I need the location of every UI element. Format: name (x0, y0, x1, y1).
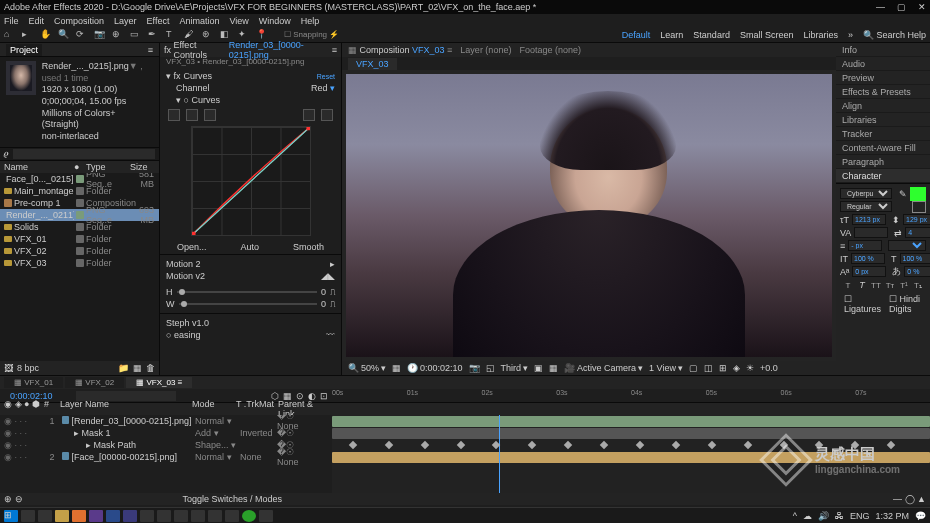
h-value[interactable]: 0 (321, 287, 326, 297)
pen-tool-icon[interactable]: ✒ (148, 29, 160, 41)
eyedropper-icon[interactable]: ✎ (899, 189, 907, 199)
curves-smooth-button[interactable]: Smooth (293, 242, 324, 252)
tracking-input[interactable] (905, 227, 930, 238)
keyframe[interactable] (456, 441, 464, 449)
panel-audio[interactable]: Audio (836, 57, 930, 71)
col-size[interactable]: Size (130, 162, 154, 172)
layer-tab[interactable]: Layer (none) (460, 45, 511, 55)
panel-info[interactable]: Info (836, 43, 930, 57)
motion2-menu-icon[interactable]: ▸ (330, 259, 335, 269)
font-dropdown[interactable]: Cyberpunkies (840, 188, 892, 199)
playhead[interactable] (499, 415, 500, 493)
project-item[interactable]: Render_..._0211].pngPNG Seq..e693 MB (0, 209, 159, 221)
new-comp-icon[interactable]: ▦ (133, 363, 142, 373)
caps-icon[interactable]: TT (871, 280, 881, 290)
stroke-style[interactable] (888, 240, 926, 251)
eraser-tool-icon[interactable]: ◧ (220, 29, 232, 41)
zoom-tool-icon[interactable]: 🔍 (58, 29, 70, 41)
app8-icon[interactable] (208, 510, 222, 522)
menu-window[interactable]: Window (259, 16, 291, 26)
curves-mode1-icon[interactable] (168, 109, 180, 121)
curves-auto-button[interactable]: Auto (240, 242, 259, 252)
vscale-input[interactable] (851, 253, 885, 264)
resolution-dropdown[interactable]: Third ▾ (501, 363, 529, 373)
footage-tab[interactable]: Footage (none) (519, 45, 581, 55)
res-full-icon[interactable]: ▦ (392, 363, 401, 373)
time-display[interactable]: 🕐 0:00:02:10 (407, 363, 463, 373)
search-taskbar-icon[interactable] (21, 510, 35, 522)
app9-icon[interactable] (225, 510, 239, 522)
workspace-default[interactable]: Default (622, 30, 651, 40)
ae-taskbar-icon[interactable] (123, 510, 137, 522)
panel-menu-icon[interactable]: ≡ (332, 45, 337, 55)
composition-tab[interactable]: ▦ Composition VFX_03 ≡ (348, 45, 452, 55)
steph-effect[interactable]: Steph v1.0 (166, 318, 209, 328)
curves-mode2-icon[interactable] (186, 109, 198, 121)
workspace-libraries[interactable]: Libraries (803, 30, 838, 40)
keyframe[interactable] (672, 441, 680, 449)
app5-icon[interactable] (157, 510, 171, 522)
keyframe[interactable] (349, 441, 357, 449)
channel-dropdown[interactable]: Red ▾ (311, 83, 335, 93)
font-size-input[interactable] (852, 214, 886, 225)
minimize-icon[interactable]: — (876, 2, 885, 12)
workspace-small[interactable]: Small Screen (740, 30, 794, 40)
stroke-swatch[interactable] (912, 201, 926, 213)
curves-open-button[interactable]: Open... (177, 242, 207, 252)
italic-icon[interactable]: T (857, 280, 867, 290)
track-layer-1[interactable] (332, 416, 930, 427)
h-slider[interactable] (177, 291, 317, 293)
keyframe[interactable] (743, 441, 751, 449)
brush-tool-icon[interactable]: 🖌 (184, 29, 196, 41)
tray-vol-icon[interactable]: 🔊 (818, 511, 829, 521)
col-name[interactable]: Name (4, 162, 74, 172)
tray-up-icon[interactable]: ^ (793, 511, 797, 521)
keyframe[interactable] (385, 441, 393, 449)
curves-effect[interactable]: Curves (184, 71, 314, 81)
panel-align[interactable]: Align (836, 99, 930, 113)
steph-graph-icon[interactable]: 〰 (326, 330, 335, 340)
view2-icon[interactable]: ◫ (704, 363, 713, 373)
tsume-input[interactable] (904, 266, 930, 277)
curves-mode3-icon[interactable] (204, 109, 216, 121)
camera-tool-icon[interactable]: 📷 (94, 29, 106, 41)
hand-tool-icon[interactable]: ✋ (40, 29, 52, 41)
project-tab[interactable]: Project (6, 44, 42, 56)
snapping-label[interactable]: ☐ Snapping ⚡ (284, 30, 339, 39)
start-icon[interactable]: ⊞ (4, 510, 18, 522)
panel-effects-presets[interactable]: Effects & Presets (836, 85, 930, 99)
kerning-input[interactable] (854, 227, 888, 238)
keyframe[interactable] (564, 441, 572, 449)
maximize-icon[interactable]: ▢ (897, 2, 906, 12)
keyframe[interactable] (600, 441, 608, 449)
roi-icon[interactable]: ▣ (534, 363, 543, 373)
taskview-icon[interactable] (38, 510, 52, 522)
view1-icon[interactable]: ▢ (689, 363, 698, 373)
hindi-check[interactable]: ☐ Hindi Digits (889, 294, 922, 314)
project-item[interactable]: VFX_01Folder (0, 233, 159, 245)
toggle-switches-button[interactable]: Toggle Switches / Modes (183, 494, 283, 504)
channel-icon[interactable]: ◱ (486, 363, 495, 373)
workspace-more-icon[interactable]: » (848, 30, 853, 40)
motion2-effect[interactable]: Motion 2 (166, 259, 201, 269)
app7-icon[interactable] (191, 510, 205, 522)
character-panel-header[interactable]: Character (836, 169, 930, 183)
steph-easing[interactable]: ○ easing (166, 330, 200, 340)
menu-composition[interactable]: Composition (54, 16, 104, 26)
shape-tool-icon[interactable]: ▭ (130, 29, 142, 41)
curves-line-icon[interactable] (321, 109, 333, 121)
type-tool-icon[interactable]: T (166, 29, 178, 41)
menu-edit[interactable]: Edit (29, 16, 45, 26)
track-layer-2[interactable] (332, 452, 930, 463)
keyframe[interactable] (528, 441, 536, 449)
panel-preview[interactable]: Preview (836, 71, 930, 85)
exposure-val[interactable]: +0.0 (760, 363, 778, 373)
project-item[interactable]: VFX_03Folder (0, 257, 159, 269)
menu-view[interactable]: View (229, 16, 248, 26)
tray-lang[interactable]: ENG (850, 511, 870, 521)
snapshot-icon[interactable]: 📷 (469, 363, 480, 373)
fx-toggle-icon[interactable]: ▾ fx (166, 71, 181, 81)
tray-cloud-icon[interactable]: ☁ (803, 511, 812, 521)
transparency-icon[interactable]: ▦ (549, 363, 558, 373)
col-tag[interactable]: ● (74, 162, 86, 172)
